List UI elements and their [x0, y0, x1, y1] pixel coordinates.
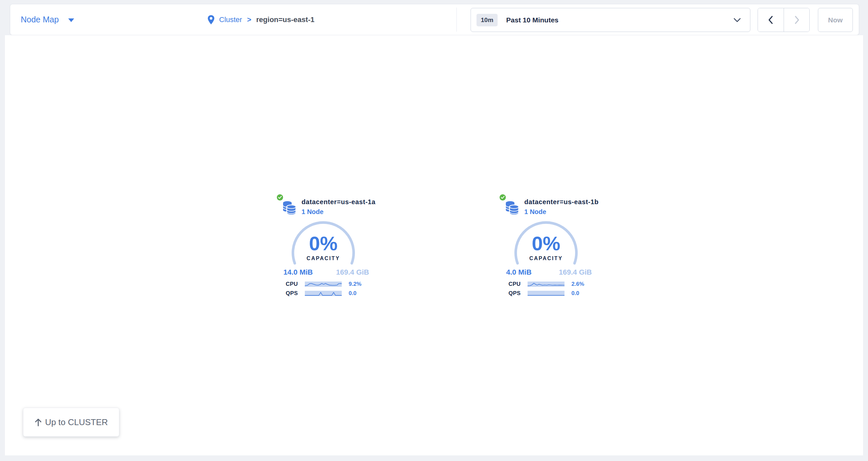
- qps-value: 0.0: [349, 290, 356, 297]
- cpu-label: CPU: [508, 281, 521, 288]
- capacity-caption: CAPACITY: [514, 256, 578, 261]
- cpu-sparkline: [305, 282, 342, 287]
- time-range-label: Past 10 Minutes: [506, 16, 559, 24]
- breadcrumb-cluster-link[interactable]: Cluster: [219, 15, 242, 24]
- location-pin-icon: [207, 15, 215, 25]
- now-button[interactable]: Now: [818, 8, 853, 32]
- up-to-cluster-label: Up to CLUSTER: [45, 417, 108, 427]
- chevron-right-icon: [794, 15, 800, 24]
- caret-down-icon: [68, 19, 74, 22]
- node-map-canvas: [5, 35, 863, 455]
- qps-label: QPS: [286, 290, 298, 297]
- arrow-up-icon: [35, 418, 42, 426]
- datacenter-icon: [504, 200, 520, 215]
- chevron-down-icon: [734, 18, 741, 22]
- locality-card-us-east-1a[interactable]: datacenter=us-east-1a 1 Node 0% CAPACITY…: [277, 193, 376, 301]
- up-to-cluster-button[interactable]: Up to CLUSTER: [23, 408, 119, 437]
- capacity-used-label: 14.0 MiB: [283, 268, 313, 276]
- healthy-status-icon: [277, 194, 283, 201]
- healthy-status-icon: [500, 194, 506, 201]
- locality-card-us-east-1b[interactable]: datacenter=us-east-1b 1 Node 0% CAPACITY…: [500, 193, 598, 301]
- capacity-used-label: 4.0 MiB: [506, 268, 531, 276]
- time-range-badge: 10m: [476, 14, 498, 26]
- time-range-dropdown[interactable]: 10m Past 10 Minutes: [471, 8, 750, 32]
- time-prev-button[interactable]: [758, 8, 784, 32]
- locality-node-count: 1 Node: [524, 208, 546, 216]
- qps-metric-row: QPS 0.0: [500, 290, 598, 296]
- breadcrumb-separator: >: [247, 15, 251, 24]
- cpu-value: 2.6%: [571, 281, 584, 288]
- capacity-percent: 0%: [514, 234, 578, 254]
- view-selector-label: Node Map: [21, 15, 59, 24]
- cpu-sparkline: [528, 282, 564, 287]
- time-nav-group: [757, 8, 810, 32]
- datacenter-icon: [282, 200, 297, 215]
- qps-sparkline: [305, 291, 342, 296]
- qps-metric-row: QPS 0.0: [277, 290, 376, 296]
- chevron-left-icon: [768, 15, 774, 24]
- qps-label: QPS: [508, 290, 521, 297]
- time-next-button[interactable]: [784, 8, 809, 32]
- qps-value: 0.0: [571, 290, 579, 297]
- capacity-total-label: 169.4 GiB: [559, 268, 592, 276]
- breadcrumb-current: region=us-east-1: [256, 15, 315, 24]
- locality-node-count: 1 Node: [302, 208, 323, 216]
- qps-sparkline: [528, 291, 564, 296]
- header-bar: Node Map Cluster > region=us-east-1 10m …: [10, 4, 859, 35]
- capacity-percent: 0%: [291, 234, 355, 254]
- cpu-label: CPU: [286, 281, 298, 288]
- view-selector-dropdown[interactable]: Node Map: [21, 4, 74, 35]
- capacity-caption: CAPACITY: [291, 256, 355, 261]
- breadcrumb: Cluster > region=us-east-1: [207, 4, 314, 35]
- cpu-metric-row: CPU 9.2%: [277, 281, 376, 287]
- capacity-total-label: 169.4 GiB: [336, 268, 369, 276]
- cpu-metric-row: CPU 2.6%: [500, 281, 598, 287]
- cpu-value: 9.2%: [349, 281, 362, 288]
- locality-title: datacenter=us-east-1b: [524, 198, 598, 206]
- locality-title: datacenter=us-east-1a: [302, 198, 375, 206]
